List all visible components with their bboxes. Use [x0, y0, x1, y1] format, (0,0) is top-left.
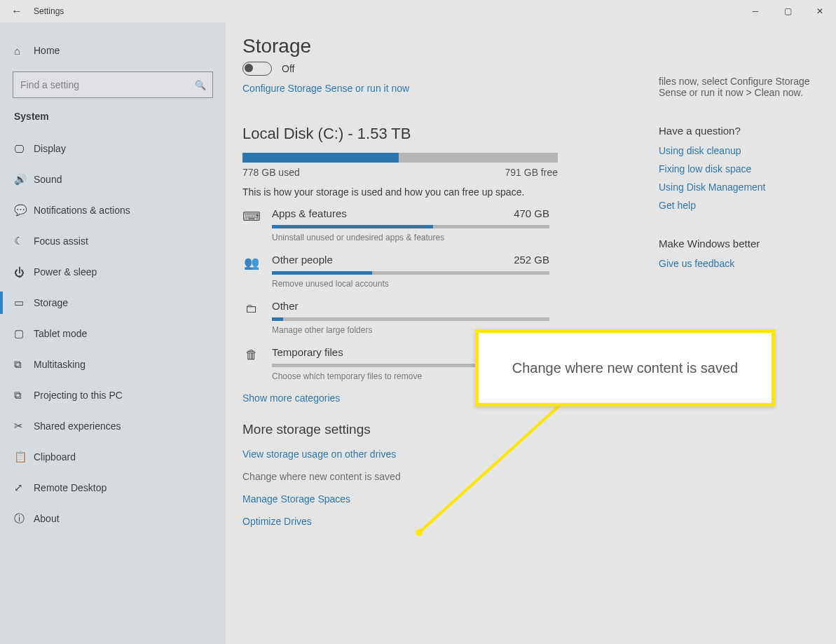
- display-icon: 🖵: [14, 143, 34, 155]
- close-button[interactable]: ✕: [804, 0, 836, 22]
- category-name: Apps & features: [272, 207, 347, 219]
- nav-item-label: Projecting to this PC: [34, 390, 123, 401]
- category-size: 470 GB: [514, 207, 549, 219]
- category-bar: [272, 364, 549, 367]
- nav-item-tablet-mode[interactable]: ▢Tablet mode: [0, 318, 226, 349]
- focus-assist-icon: ☾: [14, 235, 34, 247]
- feedback-link[interactable]: Give us feedback: [659, 258, 820, 269]
- help-link-disk-cleanup[interactable]: Using disk cleanup: [659, 145, 820, 156]
- nav-item-focus-assist[interactable]: ☾Focus assist: [0, 226, 226, 256]
- category-icon: 🗀: [242, 300, 261, 335]
- link-change-save-location[interactable]: Change where new content is saved: [242, 471, 819, 482]
- nav-item-notifications[interactable]: 💬Notifications & actions: [0, 195, 226, 226]
- nav-home[interactable]: ⌂ Home: [0, 35, 226, 66]
- category-icon: 🗑: [242, 346, 261, 381]
- category-bar: [272, 271, 549, 275]
- nav-item-label: Power & sleep: [34, 266, 97, 278]
- window-controls: ─ ▢ ✕: [739, 0, 836, 22]
- search-input[interactable]: [13, 78, 189, 91]
- nav-item-display[interactable]: 🖵Display: [0, 133, 226, 164]
- clipboard-icon: 📋: [14, 451, 34, 463]
- power-icon: ⏻: [14, 266, 34, 278]
- nav-item-label: Multitasking: [34, 359, 85, 370]
- category-name: Other: [272, 300, 299, 312]
- nav-item-label: Clipboard: [34, 451, 76, 463]
- show-more-categories-link[interactable]: Show more categories: [242, 392, 819, 404]
- nav-item-label: Remote Desktop: [34, 482, 107, 493]
- link-view-other-drives[interactable]: View storage usage on other drives: [242, 448, 819, 460]
- nav-home-label: Home: [34, 45, 60, 56]
- search-icon: 🔍: [189, 80, 212, 90]
- storage-sense-toggle-row: Off: [242, 62, 819, 76]
- more-settings-heading: More storage settings: [242, 422, 819, 437]
- help-panel: files now, select Configure Storage Sens…: [659, 76, 820, 276]
- nav-item-label: Sound: [34, 174, 62, 185]
- window-title: Settings: [34, 6, 64, 16]
- nav-item-storage[interactable]: ▭Storage: [0, 287, 226, 318]
- shared-icon: ✂: [14, 420, 34, 432]
- storage-category[interactable]: 🗑Temporary filesChoose which temporary f…: [242, 346, 819, 381]
- title-bar: ← Settings ─ ▢ ✕: [0, 0, 836, 22]
- nav-item-label: Storage: [34, 297, 68, 308]
- category-name: Other people: [272, 254, 333, 266]
- nav-group-label: System: [0, 108, 226, 133]
- about-icon: ⓘ: [14, 512, 34, 526]
- minimize-button[interactable]: ─: [739, 0, 772, 22]
- category-hint: Manage other large folders: [272, 325, 549, 335]
- help-link-get-help[interactable]: Get help: [659, 200, 820, 211]
- nav-item-shared-exp[interactable]: ✂Shared experiences: [0, 411, 226, 441]
- nav-item-label: Focus assist: [34, 235, 88, 247]
- category-hint: Uninstall unused or undesired apps & fea…: [272, 233, 549, 242]
- storage-sense-state: Off: [282, 63, 294, 74]
- disk-usage-values: 778 GB used 791 GB free: [242, 167, 558, 178]
- page-title: Storage: [242, 35, 819, 57]
- maximize-button[interactable]: ▢: [772, 0, 804, 22]
- disk-free-label: 791 GB free: [505, 167, 559, 178]
- nav-item-label: Notifications & actions: [34, 205, 130, 216]
- nav-item-multitasking[interactable]: ⧉Multitasking: [0, 349, 226, 380]
- disk-usage-bar: [242, 153, 558, 163]
- storage-icon: ▭: [14, 296, 34, 309]
- link-manage-storage-spaces[interactable]: Manage Storage Spaces: [242, 493, 819, 505]
- nav-item-sound[interactable]: 🔊Sound: [0, 164, 226, 195]
- nav-search[interactable]: 🔍: [13, 71, 213, 98]
- nav-item-label: About: [34, 513, 60, 524]
- nav-item-power[interactable]: ⏻Power & sleep: [0, 256, 226, 287]
- disk-used-label: 778 GB used: [242, 167, 300, 178]
- category-name: Temporary files: [272, 346, 343, 358]
- nav-item-remote-desktop[interactable]: ⤢Remote Desktop: [0, 472, 226, 503]
- category-icon: ⌨: [242, 207, 261, 242]
- sound-icon: 🔊: [14, 173, 34, 186]
- category-hint: Remove unused local accounts: [272, 279, 549, 289]
- category-bar: [272, 225, 549, 228]
- help-link-low-disk[interactable]: Fixing low disk space: [659, 163, 820, 174]
- category-hint: Choose which temporary files to remove: [272, 371, 549, 381]
- nav-item-label: Shared experiences: [34, 420, 121, 432]
- help-link-disk-management[interactable]: Using Disk Management: [659, 181, 820, 193]
- nav-item-label: Tablet mode: [34, 328, 87, 339]
- notifications-icon: 💬: [14, 204, 34, 217]
- nav-item-projecting[interactable]: ⧉Projecting to this PC: [0, 380, 226, 411]
- have-question-heading: Have a question?: [659, 125, 820, 137]
- projecting-icon: ⧉: [14, 389, 34, 402]
- category-bar: [272, 317, 549, 321]
- feedback-heading: Make Windows better: [659, 238, 820, 249]
- more-settings-links: View storage usage on other drives Chang…: [242, 448, 819, 527]
- remote-icon: ⤢: [14, 481, 34, 494]
- home-icon: ⌂: [14, 45, 34, 57]
- nav-item-about[interactable]: ⓘAbout: [0, 503, 226, 534]
- category-size: 252 GB: [514, 254, 549, 266]
- sidebar: ⌂ Home 🔍 System 🖵Display 🔊Sound 💬Notific…: [0, 22, 226, 644]
- storage-sense-toggle[interactable]: [242, 62, 272, 76]
- multitasking-icon: ⧉: [14, 358, 34, 371]
- nav-item-label: Display: [34, 143, 66, 154]
- back-button[interactable]: ←: [0, 5, 34, 18]
- link-optimize-drives[interactable]: Optimize Drives: [242, 516, 819, 527]
- help-hint-text: files now, select Configure Storage Sens…: [659, 76, 820, 98]
- storage-category[interactable]: 🗀OtherManage other large folders: [242, 300, 819, 335]
- tablet-icon: ▢: [14, 327, 34, 340]
- category-icon: 👥: [242, 254, 261, 289]
- nav-item-clipboard[interactable]: 📋Clipboard: [0, 441, 226, 472]
